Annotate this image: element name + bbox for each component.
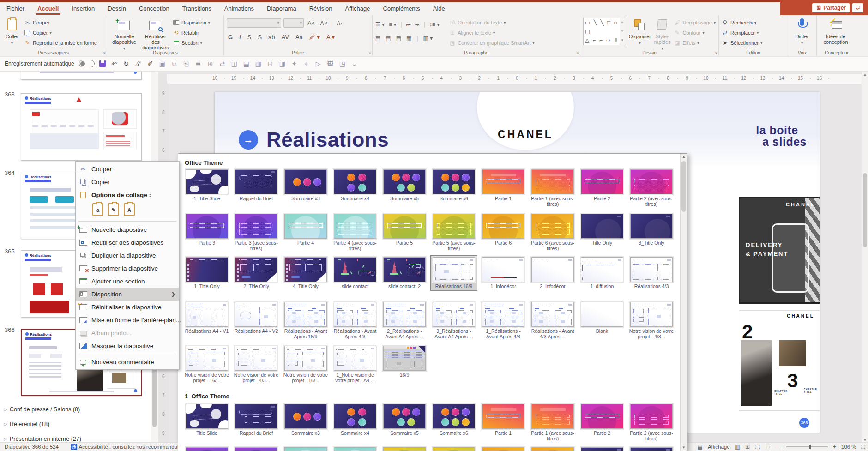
design-ideas-button[interactable]: ⚡ Idées de conception bbox=[820, 18, 852, 45]
layout-item-dkonly[interactable] bbox=[579, 446, 625, 451]
zoom-in-button[interactable]: + bbox=[833, 444, 836, 450]
font-name-combo[interactable] bbox=[227, 18, 281, 28]
slide-thumbnail-363[interactable]: Réalisations bbox=[21, 93, 142, 161]
align-left-button[interactable]: ▤ bbox=[375, 35, 380, 42]
section-button[interactable]: Section ▾ bbox=[173, 39, 210, 47]
layout-item-3-r-alisations-avant-a4-apr-s[interactable]: 3_Réalisations - Avant A4 Après ... bbox=[431, 301, 477, 341]
color-button[interactable]: A ▾ bbox=[325, 34, 336, 41]
section-header[interactable]: ▷Conf de presse / Salons (8) bbox=[4, 406, 80, 413]
shapes-scroll[interactable]: ˄˅▾ bbox=[620, 18, 626, 45]
qat-icon-14[interactable]: ◨ bbox=[278, 60, 286, 67]
save-icon[interactable] bbox=[99, 60, 106, 67]
fit-slide-button[interactable]: ⛶ bbox=[862, 444, 865, 450]
layout-item-r-alisations-a4-v2[interactable]: Réalisations A4 - V2 bbox=[233, 301, 279, 335]
qat-icon-16[interactable]: ⌖ bbox=[302, 60, 310, 68]
layout-item-p3s[interactable] bbox=[233, 446, 279, 451]
bullets-button[interactable]: ☰ ▾ bbox=[375, 21, 385, 28]
tab-conception[interactable]: Conception bbox=[133, 2, 176, 15]
qat-icon-3[interactable]: ✐ bbox=[146, 60, 154, 67]
layout-item-notre-vision-de-votre-projet-16[interactable]: Notre vision de votre projet - 16/... bbox=[283, 344, 329, 385]
autosave-toggle[interactable] bbox=[79, 60, 95, 67]
qat-icon-5[interactable]: ⧉ bbox=[170, 60, 178, 68]
layout-item-partie-2[interactable]: Partie 2 bbox=[579, 168, 625, 203]
gallery-scrollbar[interactable]: ▲▼ bbox=[680, 154, 687, 451]
layout-item-sommaire-x6[interactable]: Sommaire x6 bbox=[431, 403, 477, 437]
columns-button[interactable]: ▥ ▾ bbox=[423, 35, 433, 42]
qat-icon-12[interactable]: ▦ bbox=[254, 60, 262, 67]
layout-item-notre-vision-de-votre-projet-4-3[interactable]: Notre vision de votre projet - 4/3... bbox=[233, 344, 279, 385]
smartart-button[interactable]: ⬔Convertir en graphique SmartArt ▾ bbox=[449, 39, 534, 47]
layout-item-sommaire-x5[interactable]: Sommaire x5 bbox=[381, 168, 428, 203]
cut-button[interactable]: ✂Couper bbox=[24, 18, 97, 27]
layout-item-partie-1-avec-sous-titres[interactable]: Partie 1 (avec sous-titres) bbox=[530, 403, 576, 443]
tab-aide[interactable]: Aide bbox=[427, 2, 452, 15]
font-style-6[interactable]: Aa bbox=[294, 34, 304, 41]
expand-icon[interactable]: ▷ bbox=[4, 407, 7, 412]
zoom-out-button[interactable]: — bbox=[776, 444, 781, 450]
content-image-magazine[interactable]: CHANEL 2 4 3 CHAPTERTITLE CHAPTERTITLE C… bbox=[739, 310, 820, 411]
layout-item-partie-1-avec-sous-titres[interactable]: Partie 1 (avec sous-titres) bbox=[530, 168, 576, 208]
layout-item-r-alisations-avant-4-3-apr-s[interactable]: Réalisations - Avant 4/3 Après ... bbox=[530, 301, 576, 341]
layout-item-r-alisations-4-3[interactable]: Réalisations 4/3 bbox=[628, 256, 675, 290]
layout-item-sommaire-x3[interactable]: Sommaire x3 bbox=[283, 403, 329, 437]
tab-compléments[interactable]: Compléments bbox=[377, 2, 427, 15]
layout-item-p5s[interactable] bbox=[431, 446, 477, 451]
layout-item-dkonly[interactable] bbox=[628, 446, 675, 451]
slide-thumbnail-partial[interactable] bbox=[21, 72, 142, 80]
format-painter-button[interactable]: ✎Reproduire la mise en forme bbox=[24, 39, 97, 47]
layout-item-partie-6-avec-sous-titres[interactable]: Partie 6 (avec sous-titres) bbox=[530, 212, 576, 253]
shape-fill-button[interactable]: 🖌Remplissage ▾ bbox=[674, 18, 716, 27]
qat-icon-17[interactable]: ▷ bbox=[314, 60, 322, 67]
normal-view-button[interactable]: ▥ bbox=[735, 444, 740, 450]
layout-item-2-infod-cor[interactable]: 2_Infodécor bbox=[530, 256, 576, 290]
layout-item-partie-5-avec-sous-titres[interactable]: Partie 5 (avec sous-titres) bbox=[431, 212, 477, 253]
menu-item-nouveau-commentaire[interactable]: Nouveau commentaire bbox=[76, 355, 179, 368]
layout-item-slide-contact[interactable]: slide contact bbox=[332, 256, 378, 290]
slide-sorter-button[interactable]: ⊞ bbox=[745, 444, 750, 450]
replace-button[interactable]: ⇄Remplacer ▾ bbox=[722, 29, 762, 37]
shapes-gallery[interactable]: ▭ ╲ ╲ □ ○ ▢△ ⌐ ⌐ ⇨ ⇩ ▷☆ ⌒ ⌒ { } ✩ ˄˅▾ bbox=[583, 18, 626, 45]
shape-outline-button[interactable]: ✎Contour ▾ bbox=[674, 29, 716, 37]
layout-item-3-title-only[interactable]: 3_Title Only bbox=[628, 212, 675, 247]
main-scrollbar[interactable]: ▲▼ bbox=[862, 72, 868, 443]
menu-item-masquer-la-diapositive[interactable]: Masquer la diapositive bbox=[76, 339, 179, 352]
layout-item-p3[interactable] bbox=[184, 446, 230, 451]
layout-item-sommaire-x5[interactable]: Sommaire x5 bbox=[381, 403, 428, 437]
qat-icon-0[interactable]: ↶ bbox=[110, 60, 118, 67]
layout-item-16-9[interactable]: 16/9 bbox=[381, 344, 428, 379]
tab-accueil[interactable]: Accueil bbox=[31, 2, 65, 15]
layout-item-partie-3[interactable]: Partie 3 bbox=[184, 212, 230, 247]
arrange-button[interactable]: Organiser▾ bbox=[629, 18, 651, 46]
new-slide-button[interactable]: + Nouvelle diapositive▾ bbox=[110, 18, 139, 52]
qat-icon-18[interactable]: 🖽 bbox=[326, 60, 334, 67]
reset-slide-button[interactable]: ⟲Rétablir bbox=[173, 29, 210, 37]
layout-item-1-title-only[interactable]: 1_Title Only bbox=[184, 256, 230, 290]
accessibility-status[interactable]: ♿ Accessibilité : consultez nos recomman… bbox=[71, 444, 179, 450]
section-header[interactable]: ▷Référentiel (18) bbox=[4, 421, 49, 427]
menu-item-album-photo[interactable]: Album photo... bbox=[76, 326, 179, 339]
select-button[interactable]: ➤Sélectionner ▾ bbox=[722, 39, 762, 47]
tab-diaporama[interactable]: Diaporama bbox=[260, 2, 303, 15]
pen-button[interactable]: 🖉 ▾ bbox=[308, 34, 321, 41]
clear-format-button[interactable]: A̷ bbox=[335, 20, 342, 27]
horizontal-ruler[interactable]: 1615141312111098765432101234567891011121… bbox=[167, 74, 862, 84]
layout-item-p6[interactable] bbox=[480, 446, 526, 451]
layout-item-notre-vision-de-votre-projet-4-3[interactable]: Notre vision de votre projet - 4/3... bbox=[628, 301, 675, 341]
zoom-slider[interactable] bbox=[786, 446, 828, 447]
menu-item-supprimer-la-diapositive[interactable]: ×Supprimer la diapositive bbox=[76, 262, 179, 275]
reading-view-button[interactable]: 🖵 bbox=[755, 444, 760, 450]
numbering-button[interactable]: ≡ ▾ bbox=[389, 21, 396, 28]
grow-font-button[interactable]: A˄ bbox=[306, 20, 316, 27]
menu-item-disposition[interactable]: Disposition❯ bbox=[76, 288, 179, 301]
qat-icon-8[interactable]: ⊞ bbox=[206, 60, 214, 67]
layout-item-title-only[interactable]: Title Only bbox=[579, 212, 625, 247]
shape-effects-button[interactable]: ◪Effets ▾ bbox=[674, 39, 716, 47]
section-header[interactable]: ▷Présentation en interne (27) bbox=[4, 436, 81, 442]
font-style-4[interactable]: ab bbox=[267, 34, 276, 41]
dictate-button[interactable]: Dicter▾ bbox=[791, 18, 813, 46]
share-button[interactable]: 🖻Partager bbox=[812, 3, 850, 12]
find-button[interactable]: ⚲Rechercher bbox=[722, 18, 762, 27]
align-text-button[interactable]: ⊞Aligner le texte ▾ bbox=[449, 29, 534, 37]
qat-icon-6[interactable]: ⎘ bbox=[182, 60, 190, 68]
layout-item-partie-2[interactable]: Partie 2 bbox=[579, 403, 625, 437]
